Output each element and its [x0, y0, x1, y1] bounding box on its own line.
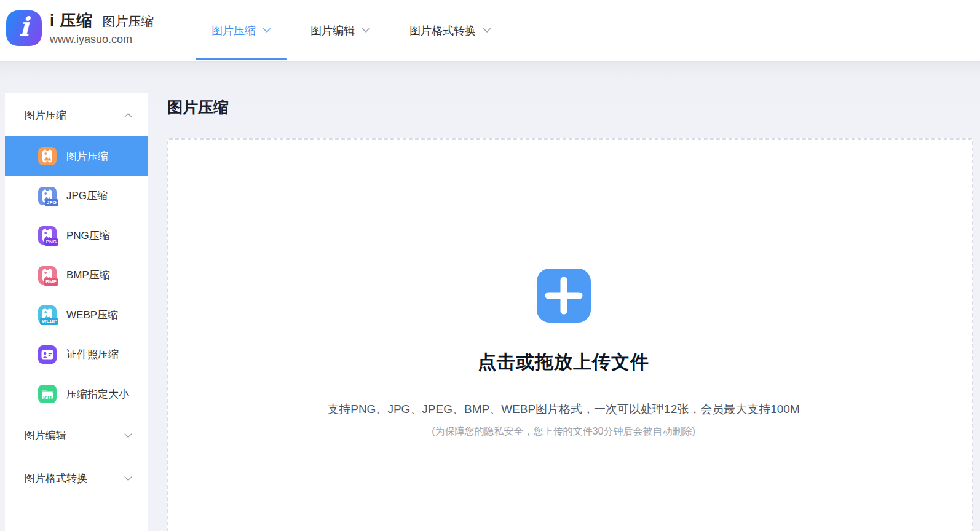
sidebar-item-label: WEBP压缩 — [66, 308, 118, 322]
sidebar-item-png-compress[interactable]: PNG PNG压缩 — [5, 216, 148, 256]
sidebar-item-label: 证件照压缩 — [66, 347, 119, 361]
header: i i 压缩 图片压缩 www.iyasuo.com 图片压缩 图片编辑 图片格… — [0, 0, 980, 61]
section-label: 图片格式转换 — [25, 471, 87, 486]
kb-badge: KB — [43, 396, 52, 402]
chevron-down-icon — [483, 28, 491, 33]
brand-logo[interactable]: i i 压缩 图片压缩 www.iyasuo.com — [6, 10, 154, 46]
brand-tagline: 图片压缩 — [102, 13, 154, 30]
tab-image-compress[interactable]: 图片压缩 — [196, 0, 287, 61]
upload-formats-note: 支持PNG、JPG、JPEG、BMP、WEBP图片格式，一次可以处理12张，会员… — [168, 401, 958, 417]
section-label: 图片压缩 — [25, 108, 66, 122]
format-badge: WEBP — [40, 318, 58, 325]
sidebar-item-jpg-compress[interactable]: JPG JPG压缩 — [5, 176, 148, 216]
plus-icon — [537, 269, 591, 323]
png-compress-icon: PNG — [38, 226, 57, 245]
format-badge: BMP — [44, 278, 58, 286]
sidebar-item-image-compress[interactable]: 图片压缩 — [5, 136, 148, 176]
sidebar-item-label: BMP压缩 — [66, 268, 110, 282]
jpg-compress-icon: JPG — [38, 187, 57, 205]
chevron-down-icon — [362, 28, 370, 33]
tab-format-convert[interactable]: 图片格式转换 — [393, 0, 507, 61]
chevron-down-icon — [124, 433, 132, 438]
sidebar: 图片压缩 图片压缩 — [5, 93, 148, 531]
brand-name: i 压缩 — [50, 10, 93, 31]
sidebar-item-label: JPG压缩 — [66, 189, 108, 203]
brand-url: www.iyasuo.com — [50, 33, 154, 46]
sidebar-section-image-compress[interactable]: 图片压缩 — [5, 93, 148, 136]
main-nav: 图片压缩 图片编辑 图片格式转换 — [196, 0, 515, 61]
upload-headline: 点击或拖放上传文件 — [168, 350, 958, 375]
format-badge: JPG — [45, 199, 58, 206]
sidebar-section-format-convert[interactable]: 图片格式转换 — [5, 457, 148, 500]
chevron-up-icon — [124, 112, 132, 117]
kb-size-icon: KB — [38, 385, 57, 403]
logo-icon: i — [6, 10, 42, 46]
page-title: 图片压缩 — [167, 97, 229, 117]
tab-label: 图片编辑 — [310, 23, 355, 38]
sidebar-item-webp-compress[interactable]: WEBP WEBP压缩 — [5, 295, 148, 335]
image-compress-icon — [38, 147, 57, 165]
webp-compress-icon: WEBP — [38, 305, 57, 324]
sidebar-item-label: 压缩指定大小 — [66, 387, 129, 401]
chevron-down-icon — [263, 28, 271, 33]
tab-image-edit[interactable]: 图片编辑 — [294, 0, 386, 61]
sidebar-item-id-photo-compress[interactable]: 证件照压缩 — [5, 335, 148, 375]
sidebar-item-compress-to-size[interactable]: KB 压缩指定大小 — [5, 374, 148, 414]
chevron-down-icon — [124, 476, 132, 481]
format-badge: PNG — [44, 238, 58, 246]
sidebar-item-label: PNG压缩 — [66, 229, 110, 243]
section-label: 图片编辑 — [25, 428, 66, 442]
sidebar-item-bmp-compress[interactable]: BMP BMP压缩 — [5, 256, 148, 296]
id-photo-icon — [38, 345, 57, 364]
tab-label: 图片格式转换 — [409, 23, 476, 38]
bmp-compress-icon: BMP — [38, 266, 57, 285]
tab-label: 图片压缩 — [211, 23, 256, 38]
sidebar-item-label: 图片压缩 — [66, 149, 108, 163]
upload-dropzone[interactable]: 点击或拖放上传文件 支持PNG、JPG、JPEG、BMP、WEBP图片格式，一次… — [167, 138, 973, 531]
upload-privacy-note: (为保障您的隐私安全，您上传的文件30分钟后会被自动删除) — [168, 425, 958, 438]
sidebar-section-image-edit[interactable]: 图片编辑 — [5, 414, 148, 457]
add-files-button[interactable] — [537, 269, 591, 323]
brand-text: i 压缩 图片压缩 www.iyasuo.com — [50, 10, 154, 46]
